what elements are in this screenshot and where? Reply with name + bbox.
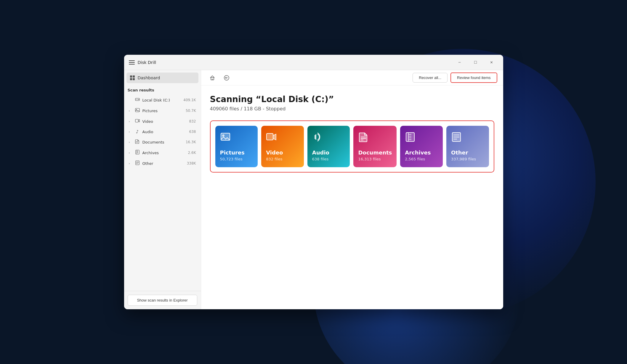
title-bar: Disk Drill ─ ☐ ✕ — [124, 55, 503, 70]
audio-card-count: 638 files — [312, 157, 345, 161]
dashboard-label: Dashboard — [138, 75, 160, 80]
archives-count: 2.6K — [188, 151, 196, 155]
svg-rect-18 — [212, 79, 213, 80]
review-found-button[interactable]: Review found items — [450, 73, 497, 83]
sidebar: Dashboard Scan results Local Disk ( — [124, 70, 201, 309]
audio-label: Audio — [142, 130, 187, 134]
video-count: 832 — [189, 119, 196, 123]
scan-results-title: Scan results — [128, 88, 197, 92]
minimize-button[interactable]: ─ — [453, 58, 466, 67]
dashboard-icon — [130, 75, 135, 80]
show-in-explorer-button[interactable]: Show scan results in Explorer — [128, 295, 197, 306]
sidebar-item-pictures[interactable]: › Pictures 50.7K — [128, 105, 197, 116]
audio-card-icon — [312, 132, 345, 145]
pictures-label: Pictures — [142, 109, 183, 113]
pictures-card-icon — [220, 132, 253, 145]
app-title: Disk Drill — [138, 60, 156, 65]
audio-card-name: Audio — [312, 149, 345, 156]
recover-all-button[interactable]: Recover all... — [413, 73, 448, 83]
sidebar-item-documents[interactable]: › Documents 16.3K — [128, 137, 197, 147]
content-area: Scanning “Local Disk (C:)” 409060 files … — [201, 86, 503, 309]
toolbar: Recover all... Review found items — [201, 70, 503, 86]
sidebar-item-audio[interactable]: › ♪ Audio 638 — [128, 127, 197, 137]
audio-count: 638 — [189, 130, 196, 134]
documents-count: 16.3K — [186, 140, 196, 144]
toolbar-left — [207, 73, 409, 83]
documents-card-name: Documents — [358, 149, 392, 156]
archives-icon — [135, 150, 140, 156]
video-icon — [135, 118, 140, 124]
svg-point-22 — [222, 134, 224, 137]
maximize-button[interactable]: ☐ — [469, 58, 482, 67]
menu-icon[interactable] — [129, 59, 135, 65]
home-button[interactable] — [207, 73, 218, 83]
video-card-name: Video — [266, 149, 299, 156]
category-card-audio[interactable]: Audio 638 files — [307, 126, 350, 167]
chevron-icon: › — [129, 141, 132, 144]
sidebar-item-video[interactable]: › Video 832 — [128, 116, 197, 127]
scan-title: Scanning “Local Disk (C:)” — [210, 94, 494, 104]
close-button[interactable]: ✕ — [485, 58, 498, 67]
category-card-pictures[interactable]: Pictures 50,723 files — [215, 126, 258, 167]
other-card-count: 337,989 files — [451, 157, 484, 161]
video-card-count: 832 files — [266, 157, 299, 161]
chevron-icon: › — [129, 151, 132, 154]
documents-card-count: 16,313 files — [358, 157, 392, 161]
archives-card-icon — [405, 132, 438, 145]
svg-rect-3 — [135, 108, 139, 112]
documents-label: Documents — [142, 140, 183, 144]
category-card-video[interactable]: Video 832 files — [261, 126, 304, 167]
svg-point-2 — [138, 99, 139, 100]
pictures-count: 50.7K — [186, 109, 196, 113]
title-bar-controls: ─ ☐ ✕ — [453, 58, 498, 67]
sidebar-item-archives[interactable]: › Archives 2.6K — [128, 147, 197, 158]
category-card-documents[interactable]: Documents 16,313 files — [353, 126, 397, 167]
archives-card-name: Archives — [405, 149, 438, 156]
title-bar-left: Disk Drill — [129, 59, 453, 65]
local-disk-label: Local Disk (C:) — [142, 98, 181, 102]
svg-rect-5 — [135, 119, 138, 122]
sidebar-item-other[interactable]: › Other 338K — [128, 158, 197, 169]
sidebar-item-local-disk[interactable]: Local Disk (C:) 409.1K — [128, 95, 197, 105]
other-count: 338K — [187, 161, 196, 165]
local-disk-count: 409.1K — [183, 98, 196, 102]
scan-results-section: Scan results Local Disk (C:) 409.1K — [124, 86, 201, 291]
category-card-other[interactable]: Other 337,989 files — [446, 126, 489, 167]
pictures-card-count: 50,723 files — [220, 157, 253, 161]
video-card-icon — [266, 132, 299, 145]
category-card-archives[interactable]: Archives 2,565 files — [400, 126, 443, 167]
archives-card-count: 2,565 files — [405, 157, 438, 161]
sidebar-item-dashboard[interactable]: Dashboard — [126, 73, 198, 83]
chevron-icon: › — [129, 120, 132, 123]
chevron-icon: › — [129, 162, 132, 165]
svg-rect-1 — [136, 99, 138, 100]
svg-point-4 — [136, 109, 137, 110]
other-label: Other — [142, 161, 185, 166]
chevron-icon: › — [129, 130, 132, 133]
app-window: Disk Drill ─ ☐ ✕ Dashboard Scan results — [124, 55, 503, 309]
svg-rect-8 — [136, 150, 139, 154]
documents-card-icon — [358, 132, 392, 145]
other-card-name: Other — [451, 149, 484, 156]
video-label: Video — [142, 119, 187, 124]
app-body: Dashboard Scan results Local Disk ( — [124, 70, 503, 309]
hdd-icon — [135, 97, 140, 103]
audio-icon: ♪ — [135, 129, 140, 134]
other-card-icon — [451, 132, 484, 145]
other-icon — [135, 160, 140, 166]
sidebar-nav: Dashboard — [124, 70, 201, 86]
category-cards-container: Pictures 50,723 files Video 832 files — [210, 120, 494, 173]
sidebar-footer: Show scan results in Explorer — [124, 291, 201, 309]
pictures-card-name: Pictures — [220, 149, 253, 156]
svg-rect-27 — [406, 133, 414, 141]
back-button[interactable] — [221, 73, 232, 83]
main-content: Recover all... Review found items Scanni… — [201, 70, 503, 309]
scan-subtitle: 409060 files / 118 GB - Stopped — [210, 106, 494, 112]
archives-label: Archives — [142, 151, 186, 155]
documents-icon — [135, 139, 140, 145]
toolbar-right: Recover all... Review found items — [413, 73, 497, 83]
chevron-icon: › — [129, 109, 132, 112]
pictures-icon — [135, 108, 140, 114]
svg-rect-23 — [267, 133, 273, 140]
